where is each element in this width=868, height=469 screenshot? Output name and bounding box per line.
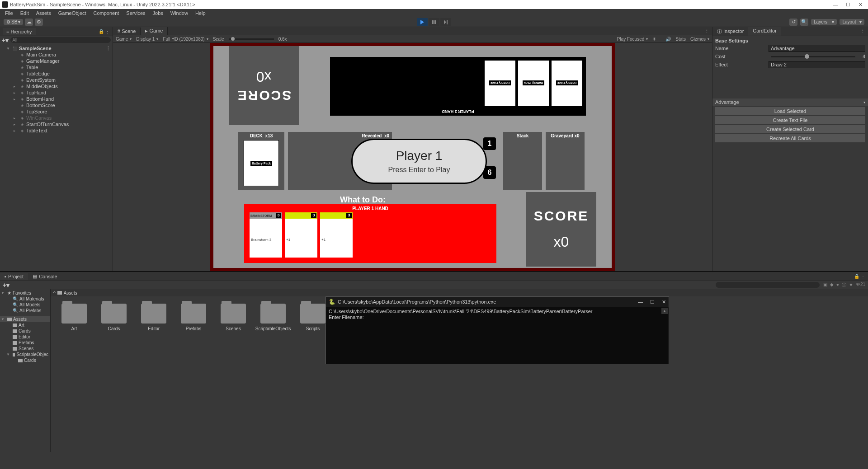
scrollbar-up[interactable] — [661, 308, 668, 314]
cloud-button[interactable]: ☁ — [25, 19, 33, 26]
search-filter-icon[interactable]: ● — [836, 282, 839, 288]
settings-button[interactable]: ⚙ — [35, 19, 43, 26]
breadcrumb[interactable]: ^ Assets — [51, 289, 868, 296]
layout-dropdown[interactable]: Layout ▾ — [840, 19, 864, 25]
lock-icon[interactable]: 🔒 — [854, 274, 859, 279]
inspector-tab[interactable]: ⓘ Inspector — [712, 27, 748, 36]
assets-folder[interactable]: ▼ Assets — [0, 316, 50, 322]
pause-button[interactable] — [429, 18, 439, 26]
play-focused-dropdown[interactable]: Play Focused — [617, 37, 648, 42]
folder-item[interactable]: Prefabs — [0, 340, 50, 346]
hierarchy-item[interactable]: ▸◈MiddleObjects — [0, 83, 113, 89]
minimize-button[interactable]: — — [833, 2, 838, 8]
create-selected-card-button[interactable]: Create Selected Card — [715, 125, 865, 133]
game-viewport[interactable]: SCORE x0 PLAYER 2 HAND Battery Pack Batt… — [113, 43, 712, 271]
hierarchy-item[interactable]: ◈TableEdge — [0, 70, 113, 77]
hierarchy-search[interactable] — [10, 37, 111, 43]
terminal-maximize[interactable]: ☐ — [650, 299, 655, 305]
terminal-titlebar[interactable]: 🐍 C:\Users\skybo\AppData\Local\Programs\… — [326, 297, 669, 307]
add-gameobject-button[interactable]: +▾ — [2, 37, 9, 44]
lock-icon[interactable]: 🔒 ⋮ — [99, 29, 110, 34]
terminal-window[interactable]: 🐍 C:\Users\skybo\AppData\Local\Programs\… — [326, 296, 669, 364]
hierarchy-item[interactable]: ◈EventSystem — [0, 77, 113, 83]
folder-item[interactable]: Cards — [0, 357, 50, 363]
tab-menu-icon[interactable]: ⋮ — [704, 28, 712, 34]
game-mode-dropdown[interactable]: Game — [116, 37, 132, 42]
menu-gameobject[interactable]: GameObject — [55, 10, 90, 16]
game-tab[interactable]: ▸ Game — [141, 27, 168, 35]
hierarchy-item[interactable]: ▸◈TableText — [0, 127, 113, 134]
search-filter-icon[interactable]: ◆ — [830, 282, 834, 288]
favorites-folder[interactable]: ▼★ Favorites — [0, 290, 50, 296]
load-selected-button[interactable]: Load Selected — [715, 107, 865, 115]
lighting-icon[interactable]: ☀ — [652, 37, 656, 42]
panel-menu-icon[interactable]: ⋮ — [861, 274, 865, 279]
hierarchy-item[interactable]: ▸◈StartOfTurnCanvas — [0, 121, 113, 127]
hierarchy-item[interactable]: ◈Table — [0, 64, 113, 70]
scene-tab[interactable]: # Scene — [113, 28, 141, 35]
menu-assets[interactable]: Assets — [33, 10, 54, 16]
cardeditor-tab[interactable]: CardEditor — [748, 27, 781, 36]
folder-item[interactable]: Art — [0, 322, 50, 328]
favorite-item[interactable]: 🔍 All Materials — [0, 296, 50, 302]
layers-dropdown[interactable]: Layers ▾ — [811, 19, 837, 25]
folder-asset[interactable]: ScriptableObjects — [259, 304, 288, 331]
hierarchy-item[interactable]: ▸◈BottomHand — [0, 96, 113, 102]
favorite-item[interactable]: 🔍 All Prefabs — [0, 308, 50, 314]
folder-asset[interactable]: Prefabs — [179, 304, 208, 331]
stats-toggle[interactable]: Stats — [675, 37, 686, 42]
folder-asset[interactable]: Editor — [139, 304, 168, 331]
hierarchy-item[interactable]: ◈TopScore — [0, 108, 113, 115]
menu-edit[interactable]: Edit — [17, 10, 32, 16]
maximize-button[interactable]: ☐ — [846, 2, 850, 8]
scale-slider[interactable] — [229, 38, 274, 40]
hierarchy-item[interactable]: ▸◈TopHand — [0, 89, 113, 96]
folder-asset[interactable]: Cards — [99, 304, 128, 331]
menu-file[interactable]: File — [2, 10, 16, 16]
mute-icon[interactable]: 🔊 — [665, 37, 671, 42]
search-button[interactable]: 🔍 — [800, 19, 808, 26]
account-dropdown[interactable]: ⚙ SB ▾ — [4, 19, 23, 25]
folder-asset[interactable]: Art — [60, 304, 89, 331]
menu-window[interactable]: Window — [167, 10, 191, 16]
hierarchy-item[interactable]: ◈Main Camera — [0, 52, 113, 58]
favorite-item[interactable]: 🔍 All Models — [0, 302, 50, 308]
step-button[interactable] — [440, 18, 451, 26]
name-field[interactable] — [769, 45, 865, 52]
folder-asset[interactable]: Scripts — [298, 304, 327, 331]
undo-history-button[interactable]: ↺ — [789, 19, 797, 26]
folder-item[interactable]: Editor — [0, 334, 50, 340]
project-tab[interactable]: ▪ Project — [0, 273, 28, 280]
close-button[interactable]: ✕ — [859, 2, 863, 8]
panel-menu-icon[interactable]: ⋮ — [858, 27, 868, 36]
menu-jobs[interactable]: Jobs — [150, 10, 166, 16]
play-button[interactable] — [417, 18, 428, 26]
menu-help[interactable]: Help — [192, 10, 209, 16]
folder-asset[interactable]: Scenes — [219, 304, 248, 331]
folder-item[interactable]: ▼ ScriptableObjec — [0, 352, 50, 357]
hierarchy-item[interactable]: ▸◈WinCanvas — [0, 115, 113, 121]
folder-item[interactable]: Scenes — [0, 346, 50, 352]
cost-slider[interactable] — [771, 56, 855, 57]
resolution-dropdown[interactable]: Full HD (1920x1080) — [163, 37, 208, 42]
create-text-file-button[interactable]: Create Text File — [715, 116, 865, 124]
project-search[interactable] — [716, 282, 820, 288]
hidden-count[interactable]: 👁21 — [856, 282, 865, 288]
hierarchy-item[interactable]: ◈BottomScore — [0, 102, 113, 108]
gizmos-dropdown[interactable]: Gizmos — [690, 37, 709, 42]
terminal-close[interactable]: ✕ — [662, 299, 666, 305]
terminal-body[interactable]: C:\Users\skybo\OneDrive\Documents\Person… — [326, 307, 669, 364]
console-tab[interactable]: ▤ Console — [28, 272, 61, 280]
effect-field[interactable] — [769, 61, 865, 68]
hierarchy-tab[interactable]: ≡ Hierarchy — [3, 28, 36, 35]
search-filter-icon[interactable]: ⓘ — [842, 282, 846, 288]
terminal-minimize[interactable]: — — [638, 299, 643, 305]
add-asset-button[interactable]: +▾ — [3, 281, 9, 289]
card-select-dropdown[interactable]: Advantage — [712, 98, 868, 106]
folder-item[interactable]: Cards — [0, 328, 50, 334]
search-filter-icon[interactable]: ▣ — [823, 282, 827, 288]
recreate-all-cards-button[interactable]: Recreate All Cards — [715, 134, 865, 142]
scene-root[interactable]: ▼⬛SampleScene⋮ — [0, 45, 113, 52]
hierarchy-item[interactable]: ◈GameManager — [0, 58, 113, 64]
search-filter-icon[interactable]: ★ — [849, 282, 853, 288]
